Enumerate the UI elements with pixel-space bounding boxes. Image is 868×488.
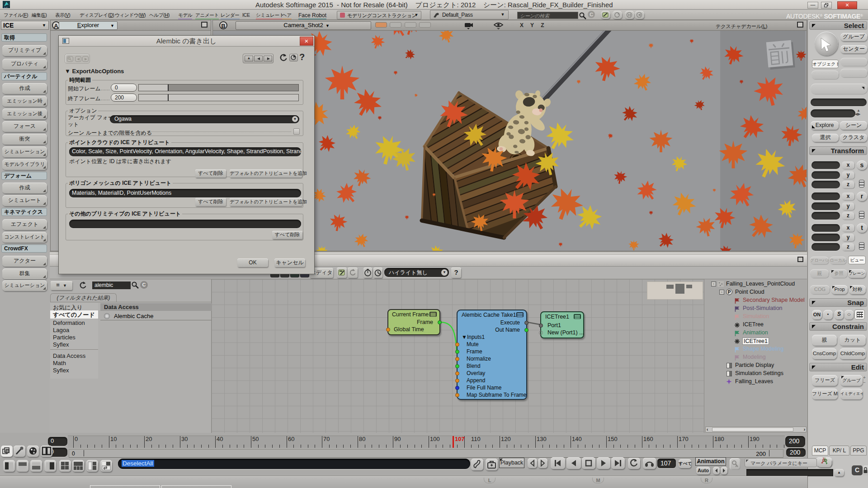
svg-text:SOFT: SOFT	[4, 6, 9, 9]
svg-text:c: c	[379, 272, 381, 275]
